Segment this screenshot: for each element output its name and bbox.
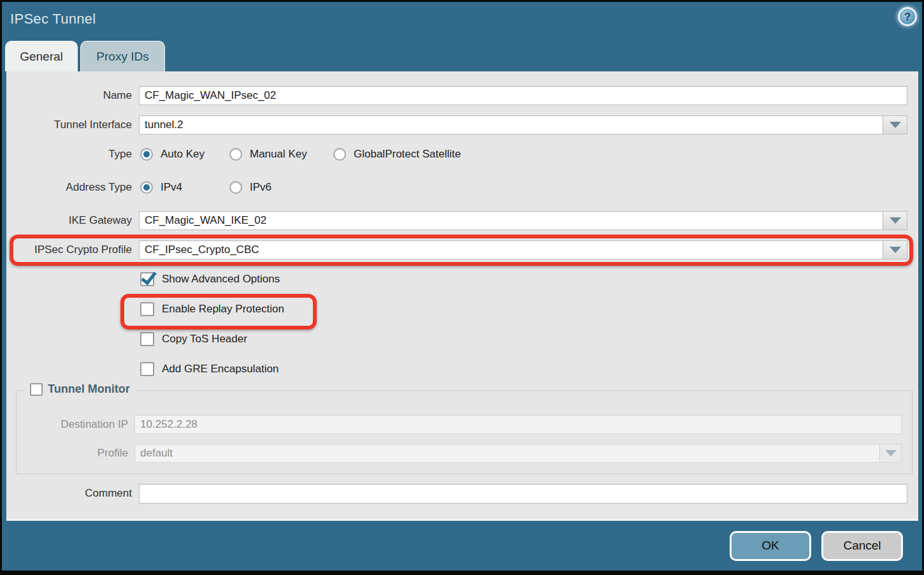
- ipsec-crypto-profile-label: IPSec Crypto Profile: [6, 240, 132, 259]
- destination-ip-row: Destination IP: [17, 415, 912, 434]
- chevron-down-icon: [885, 450, 897, 456]
- ike-gateway-select[interactable]: CF_Magic_WAN_IKE_02: [139, 211, 907, 230]
- add-gre-encapsulation-label: Add GRE Encapsulation: [162, 363, 278, 375]
- profile-dropdown-button: [879, 444, 901, 462]
- tunnel-monitor-group: Tunnel Monitor Destination IP Profile de…: [16, 390, 913, 474]
- ipsec-crypto-profile-select[interactable]: CF_IPsec_Crypto_CBC: [139, 240, 907, 259]
- ipsec-tunnel-dialog: IPSec Tunnel ? General Proxy IDs Name Tu…: [0, 0, 924, 575]
- show-advanced-options-checkbox[interactable]: [140, 272, 154, 286]
- dialog-titlebar: IPSec Tunnel ?: [2, 2, 922, 41]
- chevron-down-icon: [890, 217, 901, 224]
- ike-gateway-value: CF_Magic_WAN_IKE_02: [140, 212, 883, 229]
- tunnel-monitor-label: Tunnel Monitor: [48, 382, 130, 396]
- ipsec-crypto-profile-dropdown-button[interactable]: [883, 241, 907, 259]
- radio-globalprotect-satellite[interactable]: [333, 148, 346, 161]
- show-advanced-options-row: Show Advanced Options: [140, 272, 280, 287]
- radio-manual-key[interactable]: [229, 148, 242, 161]
- type-label: Type: [6, 146, 132, 165]
- comment-label: Comment: [6, 484, 132, 503]
- type-row: Type Auto Key Manual Key GlobalProtect S…: [6, 146, 918, 163]
- ipsec-crypto-profile-row: IPSec Crypto Profile CF_IPsec_Crypto_CBC: [6, 240, 918, 259]
- ipsec-crypto-profile-value: CF_IPsec_Crypto_CBC: [140, 241, 883, 259]
- copy-tos-header-label: Copy ToS Header: [162, 333, 247, 346]
- show-advanced-options-label: Show Advanced Options: [162, 273, 280, 286]
- profile-row: Profile default: [17, 444, 912, 463]
- name-input[interactable]: [139, 86, 907, 105]
- radio-ipv6[interactable]: [229, 181, 242, 194]
- type-radio-group: Auto Key Manual Key GlobalProtect Satell…: [140, 146, 461, 163]
- destination-ip-label: Destination IP: [17, 415, 128, 434]
- comment-row: Comment: [6, 484, 918, 504]
- tunnel-interface-row: Tunnel Interface tunnel.2: [6, 115, 918, 135]
- name-label: Name: [6, 86, 132, 105]
- enable-replay-protection-checkbox[interactable]: [140, 302, 154, 316]
- radio-ipv6-label: IPv6: [250, 181, 271, 194]
- profile-label: Profile: [17, 444, 128, 463]
- ike-gateway-row: IKE Gateway CF_Magic_WAN_IKE_02: [6, 211, 918, 230]
- dialog-footer: OK Cancel: [2, 521, 922, 571]
- copy-tos-header-checkbox[interactable]: [140, 332, 154, 346]
- tunnel-interface-label: Tunnel Interface: [6, 115, 132, 135]
- cancel-button[interactable]: Cancel: [821, 531, 903, 561]
- radio-ipv4[interactable]: [140, 181, 153, 194]
- radio-auto-key[interactable]: [140, 148, 153, 161]
- address-type-label: Address Type: [6, 179, 132, 198]
- ike-gateway-label: IKE Gateway: [6, 211, 132, 230]
- tunnel-monitor-legend: Tunnel Monitor: [24, 382, 136, 396]
- general-tab-panel: Name Tunnel Interface tunnel.2 Type Auto…: [6, 71, 918, 521]
- radio-ipv4-label: IPv4: [161, 181, 182, 194]
- radio-manual-key-label: Manual Key: [250, 148, 307, 161]
- name-row: Name: [6, 86, 918, 105]
- question-mark-glyph: ?: [904, 11, 911, 22]
- radio-auto-key-label: Auto Key: [161, 148, 205, 161]
- tab-bar: General Proxy IDs: [2, 41, 922, 71]
- copy-tos-header-row: Copy ToS Header: [140, 331, 247, 347]
- dialog-title: IPSec Tunnel: [10, 11, 96, 27]
- ok-button[interactable]: OK: [730, 531, 811, 561]
- comment-input[interactable]: [139, 484, 907, 504]
- profile-select: default: [134, 444, 902, 463]
- chevron-down-icon: [890, 122, 901, 128]
- address-type-row: Address Type IPv4 IPv6: [6, 179, 918, 196]
- destination-ip-input: [134, 415, 902, 434]
- help-icon[interactable]: ?: [898, 7, 917, 26]
- address-type-radio-group: IPv4 IPv6: [140, 179, 271, 196]
- enable-replay-protection-row: Enable Replay Protection: [140, 302, 284, 317]
- tunnel-interface-dropdown-button[interactable]: [883, 116, 907, 134]
- radio-globalprotect-satellite-label: GlobalProtect Satellite: [354, 148, 461, 161]
- ike-gateway-dropdown-button[interactable]: [883, 212, 907, 229]
- profile-value: default: [135, 444, 879, 462]
- tab-proxy-ids[interactable]: Proxy IDs: [80, 41, 165, 71]
- tunnel-interface-select[interactable]: tunnel.2: [139, 115, 907, 135]
- enable-replay-protection-label: Enable Replay Protection: [162, 303, 284, 316]
- tunnel-monitor-checkbox[interactable]: [30, 383, 43, 396]
- tunnel-interface-value: tunnel.2: [140, 116, 883, 134]
- chevron-down-icon: [890, 247, 901, 253]
- add-gre-encapsulation-checkbox[interactable]: [140, 362, 154, 376]
- tab-general[interactable]: General: [5, 41, 78, 71]
- add-gre-encapsulation-row: Add GRE Encapsulation: [140, 361, 278, 377]
